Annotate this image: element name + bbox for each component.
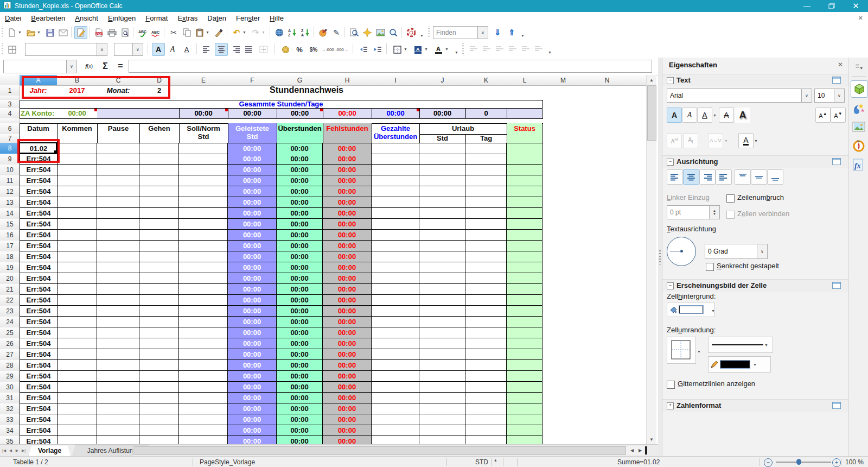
cell-B21[interactable] [57,284,97,295]
cell-E9[interactable] [179,154,228,165]
find-replace-icon[interactable] [348,26,361,39]
cell-C34[interactable] [97,425,139,436]
function-icon[interactable]: = [114,60,127,72]
cell-L14[interactable] [507,208,542,219]
cell-E10[interactable] [179,165,228,175]
cell-D12[interactable] [139,186,179,197]
cell-F12[interactable]: 00:00 [228,186,277,197]
cell-F19[interactable]: 00:00 [228,262,277,273]
cell-E26[interactable] [179,338,228,349]
cell-J32[interactable] [419,403,465,414]
cell-G35[interactable]: 00:00 [277,436,323,444]
row-header-15[interactable]: 15 [0,219,20,230]
row-header-26[interactable]: 26 [0,338,20,350]
row-header-19[interactable]: 19 [0,262,20,274]
cell-E8[interactable] [179,143,228,154]
status-page-style[interactable]: PageStyle_Vorlage [200,458,255,466]
status-zoom-level[interactable]: 100 % [845,458,864,466]
cell-E18[interactable] [179,251,228,262]
edit-file-icon[interactable] [74,26,87,39]
cell-F21[interactable]: 00:00 [228,284,277,295]
tab-navigator[interactable]: N [852,138,866,153]
cell-H19[interactable]: 00:00 [323,262,372,273]
section-cell-appearance[interactable]: −Erscheinungsbild der Zelle [662,279,849,292]
cell-K21[interactable] [465,284,507,295]
cell-I8[interactable] [372,143,419,154]
cell-J14[interactable] [419,208,465,219]
line-color-button[interactable]: ▼ [708,356,771,373]
insert-chart-icon[interactable] [317,26,330,39]
tab-styles[interactable] [852,101,866,116]
cell-D20[interactable] [139,273,179,284]
cell-C31[interactable] [97,393,139,403]
close-document-icon[interactable]: ✕ [856,14,865,22]
show-gridlines-checkbox[interactable] [667,381,675,389]
cell-C12[interactable] [97,186,139,197]
cell-B35[interactable] [57,436,97,444]
name-box-dropdown-icon[interactable]: ∨ [66,60,76,73]
cell-A35[interactable]: Err:504 [20,436,58,444]
borders-icon[interactable] [391,43,404,56]
name-box[interactable]: ∨ [3,60,77,73]
row-header-1[interactable]: 1 [0,85,20,96]
cell-H28[interactable]: 00:00 [323,360,372,371]
cell-G25[interactable]: 00:00 [277,327,323,338]
cell-F17[interactable]: 00:00 [228,241,277,251]
cell-I22[interactable] [372,295,419,306]
sidebar-font-color-icon[interactable]: A [738,133,754,148]
sidebar-underline-dropdown[interactable]: ▼ [712,109,718,121]
cell-H21[interactable]: 00:00 [323,284,372,295]
menu-hilfe[interactable]: Hilfe [265,12,289,24]
format-paintbrush-icon[interactable] [212,26,225,39]
cell-D24[interactable] [139,317,179,327]
rotation-dial[interactable] [667,237,696,266]
navigator-icon[interactable] [361,26,374,39]
cell-G22[interactable]: 00:00 [277,295,323,306]
find-input[interactable]: Finden∨ [433,26,488,39]
cell-L33[interactable] [507,414,542,425]
align-center-icon[interactable] [215,43,228,56]
cell-C9[interactable] [97,154,139,165]
row-header-20[interactable]: 20 [0,273,20,285]
cell-G20[interactable]: 00:00 [277,273,323,284]
restore-button[interactable] [819,0,844,12]
cell-background-dropdown[interactable]: ▼ [710,305,716,317]
scroll-right-icon[interactable]: ▶ [636,446,644,455]
cell-G29[interactable]: 00:00 [277,371,323,382]
cell-C14[interactable] [97,208,139,219]
cell-L29[interactable] [507,371,542,382]
sidebar-font-name-select[interactable]: Arial∨ [667,89,812,103]
cell-L13[interactable] [507,197,542,208]
cell-F20[interactable]: 00:00 [228,273,277,284]
sheet-tab-vorlage[interactable]: Vorlage [28,445,71,457]
cell-J31[interactable] [419,393,465,403]
cell-K27[interactable] [465,349,507,360]
cell-I19[interactable] [372,262,419,273]
scroll-left-icon[interactable]: ◀ [628,446,636,455]
cell-E14[interactable] [179,208,228,219]
row-header-13[interactable]: 13 [0,197,20,209]
toolbar-overflow-icon[interactable]: ▼ [454,46,459,58]
merge-cells-checkbox[interactable] [726,211,735,219]
cell-A20[interactable]: Err:504 [20,273,58,284]
cell-F10[interactable]: 00:00 [228,165,277,175]
cell-B13[interactable] [57,197,97,208]
sidebar-bold-icon[interactable]: A [667,108,682,123]
sidebar-close-icon[interactable]: ✕ [836,61,845,70]
align-left-icon[interactable] [201,43,214,56]
cell-H27[interactable]: 00:00 [323,349,372,360]
cell-L9[interactable] [507,154,542,165]
find-next-icon[interactable]: ⇓ [491,26,504,39]
decrease-font-size-icon[interactable]: A▼ [831,108,846,123]
paste-icon-dropdown[interactable]: ▼ [205,26,210,38]
zoom-slider-thumb[interactable] [796,459,801,465]
superscript-icon[interactable]: AH [667,133,682,148]
merge-cells-icon[interactable] [257,43,270,56]
sidebar-align-left-icon[interactable] [667,169,683,185]
row-header-27[interactable]: 27 [0,349,20,361]
cell-K9[interactable] [465,154,507,165]
cell-A25[interactable]: Err:504 [20,327,58,338]
column-header-M[interactable]: M [542,75,584,86]
cell-B26[interactable] [57,338,97,349]
cell-A19[interactable]: Err:504 [20,262,58,273]
